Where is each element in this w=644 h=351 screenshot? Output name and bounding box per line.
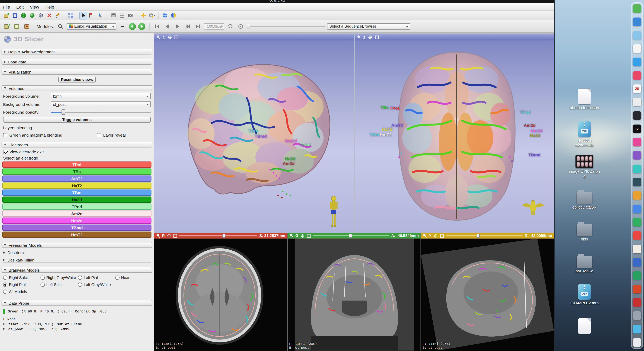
slider-handle[interactable] xyxy=(62,109,65,115)
electrode-button-tbmd[interactable]: TBmd xyxy=(2,225,152,231)
section-freesurfer-models[interactable]: Freesurfer Models xyxy=(2,242,152,248)
electrode-button-am2d[interactable]: Am2d xyxy=(2,211,152,217)
foreground-opacity-slider[interactable] xyxy=(50,109,151,115)
crosshair-icon[interactable] xyxy=(368,35,372,40)
dock-icon-app-red[interactable] xyxy=(633,231,641,240)
yellow-slice-offset-slider[interactable] xyxy=(446,233,523,238)
extensions-web-icon[interactable] xyxy=(161,11,168,19)
markups-flag-icon[interactable] xyxy=(88,11,96,19)
sagittal-slice-canvas[interactable]: F: t1mri (28%) B: ct_post xyxy=(421,239,554,351)
electrode-button-ha2d[interactable]: Ha2d xyxy=(2,197,152,203)
subsection-desikan-killiani[interactable]: Desikan-Killiani xyxy=(3,257,151,263)
radio-right-sulci[interactable]: Right Sulci xyxy=(3,276,40,280)
desktop-file-uberon[interactable]: uberon.term.json xyxy=(565,89,604,110)
record-proxy-icon[interactable] xyxy=(236,22,244,30)
dock-icon-acrobat[interactable] xyxy=(633,298,641,307)
layer-reveal-checkbox[interactable] xyxy=(97,133,101,137)
module-forward-icon[interactable] xyxy=(138,23,145,30)
dock-icon-pages[interactable] xyxy=(633,245,641,253)
dock-icon-safari[interactable] xyxy=(633,58,641,66)
dock-icon-powerpoint[interactable] xyxy=(633,285,641,293)
sequence-film-icon[interactable] xyxy=(110,11,117,19)
view1-3d-canvas[interactable]: TBm TBmd Hm2d TPod Ha2d Am2d xyxy=(154,40,354,233)
reset-slice-views-button[interactable]: Reset slice views xyxy=(58,77,96,82)
red-slice-view[interactable]: R S: 31.2537mm xyxy=(154,233,288,351)
desktop-file-bottom[interactable] xyxy=(565,318,604,335)
record-sequence-icon[interactable] xyxy=(23,22,31,30)
radio-left-graywhite[interactable]: Left Gray/White xyxy=(78,283,111,287)
maximize-view-icon[interactable] xyxy=(174,35,178,39)
menu-edit[interactable]: Edit xyxy=(16,4,24,9)
subsection-destrieux[interactable]: Destrieux xyxy=(3,250,151,255)
loop-icon[interactable] xyxy=(226,22,234,30)
pencil-edit-icon[interactable] xyxy=(54,11,62,19)
mouse-arrow-icon[interactable] xyxy=(80,11,87,19)
dock-icon-calendar[interactable]: 28 xyxy=(633,84,641,93)
cut-tool-icon[interactable] xyxy=(45,11,53,19)
add-sequence-icon[interactable] xyxy=(13,22,21,30)
desktop-file-image-png[interactable]: image.UYI0O2.png xyxy=(565,155,604,178)
section-electrodes[interactable]: Electrodes xyxy=(2,142,152,147)
dock-icon-app-teal[interactable] xyxy=(633,165,641,173)
toggle-volumes-button[interactable]: Toggle volumes xyxy=(3,117,151,123)
red-slice-offset-slider[interactable] xyxy=(179,233,257,238)
python-console-icon[interactable] xyxy=(169,11,177,19)
yellow-slice-view[interactable]: Y R: -42.0098mm xyxy=(421,233,554,351)
module-edit-icon[interactable] xyxy=(118,22,126,30)
dock-icon-app-slate[interactable] xyxy=(633,178,641,186)
link-views-icon[interactable] xyxy=(173,234,177,238)
menu-help[interactable]: Help xyxy=(45,4,54,9)
radio-right-pial[interactable]: Right Pial xyxy=(3,283,40,287)
threed-view-2[interactable]: 2 xyxy=(355,34,554,233)
dock-icon-trash[interactable] xyxy=(633,338,641,347)
slider-handle[interactable] xyxy=(222,234,225,238)
dock-icon-app-green[interactable] xyxy=(633,4,641,13)
background-volume-combobox[interactable]: ct_post xyxy=(50,101,151,107)
dock-icon-app-green2[interactable] xyxy=(633,218,641,227)
electrode-button-hm2d[interactable]: Hm2d xyxy=(2,218,152,224)
foreground-volume-combobox[interactable]: t1mri xyxy=(50,93,151,99)
dock-icon-app-orange[interactable] xyxy=(633,191,641,200)
dock-icon-app-blue[interactable] xyxy=(633,18,641,26)
sequence-slider[interactable] xyxy=(247,23,324,29)
pin-icon[interactable] xyxy=(357,35,361,40)
seek-first-icon[interactable] xyxy=(153,22,161,30)
radio-right-graywhite[interactable]: Right Gray/White xyxy=(40,276,78,280)
dock-icon-app-lightblue[interactable] xyxy=(633,325,641,333)
slider-handle[interactable] xyxy=(476,234,480,238)
window-views-icon[interactable] xyxy=(118,11,126,19)
crosshair-icon[interactable] xyxy=(167,35,172,40)
crosshair-icon[interactable] xyxy=(167,233,171,238)
dock-icon-terminal[interactable] xyxy=(633,111,641,120)
dock-icon-app-gray[interactable] xyxy=(633,311,641,320)
module-selector-combobox[interactable]: Epiloc visualization xyxy=(66,23,116,29)
gear-settings-icon[interactable] xyxy=(148,11,156,19)
pin-icon[interactable] xyxy=(423,233,427,238)
green-slice-offset-slider[interactable] xyxy=(313,233,389,238)
green-slice-view[interactable]: G A: -40.5849mm xyxy=(288,233,421,351)
section-volumes[interactable]: Volumes xyxy=(2,85,152,91)
layout-grid-icon[interactable] xyxy=(66,11,74,19)
desktop-folder-bids[interactable]: bids xyxy=(565,221,604,242)
electrode-button-hat2[interactable]: HaT2 xyxy=(2,183,152,189)
fps-spinbox[interactable]: 100.0fps xyxy=(204,23,224,29)
electrode-button-tbm[interactable]: TBm xyxy=(2,190,152,196)
radio-left-pial[interactable]: Left Pial xyxy=(78,276,115,280)
desktop-file-nervous-zip[interactable]: ZIP Nervous system.zip xyxy=(565,121,604,147)
electrode-button-tba[interactable]: TBa xyxy=(2,168,152,175)
section-visualization[interactable]: Visualization xyxy=(2,69,152,75)
desktop-file-example2-mrb[interactable]: ZIP EXAMPLE2.mrb xyxy=(565,284,604,305)
desktop-folder-pat-mosa[interactable]: pat_MoSa xyxy=(565,253,604,273)
sequence-browser-icon[interactable] xyxy=(3,22,11,30)
dock-icon-word[interactable] xyxy=(633,258,641,267)
threed-view-1[interactable]: 1 xyxy=(154,34,354,233)
view2-3d-canvas[interactable]: TBa TPol AmT2 HaT2 TBm HmT2 TPod Am2d Hm… xyxy=(355,40,554,233)
section-brainvisa-models[interactable]: Brainvisa Models xyxy=(2,267,152,273)
screenshot-camera-icon[interactable] xyxy=(126,11,134,19)
earth-globe-icon[interactable] xyxy=(20,11,27,19)
dock-icon-app-pink[interactable] xyxy=(633,138,641,146)
electrode-button-tpol[interactable]: TPol xyxy=(2,161,152,168)
dock-icon-mail[interactable] xyxy=(633,205,641,213)
electrode-button-tpod[interactable]: TPod xyxy=(2,204,152,210)
save-icon[interactable] xyxy=(11,11,19,19)
